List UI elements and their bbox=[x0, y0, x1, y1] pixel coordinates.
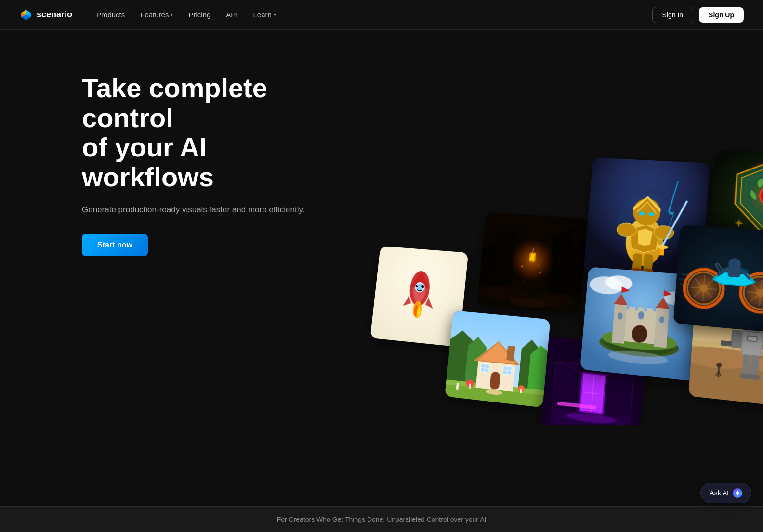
card-moto bbox=[673, 225, 763, 334]
moto-illustration bbox=[673, 225, 763, 334]
svg-rect-116 bbox=[750, 355, 759, 376]
card-forest bbox=[477, 212, 588, 315]
svg-line-17 bbox=[533, 248, 533, 253]
svg-rect-118 bbox=[749, 374, 760, 380]
cottage-illustration bbox=[445, 311, 551, 408]
start-now-button[interactable]: Start now bbox=[82, 234, 148, 256]
svg-rect-83 bbox=[646, 308, 653, 315]
forest-illustration bbox=[477, 212, 588, 315]
svg-rect-111 bbox=[748, 336, 757, 341]
nav-item-learn[interactable]: Learn ▾ bbox=[247, 7, 283, 23]
svg-rect-112 bbox=[731, 330, 742, 349]
rocket-illustration bbox=[389, 261, 449, 331]
svg-rect-114 bbox=[721, 340, 732, 347]
signup-button[interactable]: Sign Up bbox=[699, 7, 744, 23]
svg-rect-115 bbox=[742, 354, 751, 376]
nav-item-pricing[interactable]: Pricing bbox=[182, 7, 217, 23]
learn-chevron-icon: ▾ bbox=[274, 12, 276, 17]
hero-subtitle: Generate production-ready visuals faster… bbox=[82, 203, 332, 216]
card-cottage bbox=[445, 311, 551, 408]
svg-rect-103 bbox=[742, 331, 762, 356]
bottom-bar: For Creators Who Get Things Done: Unpara… bbox=[0, 506, 763, 532]
signin-button[interactable]: Sign In bbox=[652, 7, 694, 23]
ask-ai-label: Ask AI bbox=[710, 489, 729, 497]
image-grid bbox=[351, 60, 763, 425]
hero-section: Take complete control of your AI workflo… bbox=[0, 30, 763, 425]
navbar: scenario Products Features ▾ Pricing API… bbox=[0, 0, 763, 30]
nav-item-api[interactable]: API bbox=[219, 7, 244, 23]
nav-left: scenario Products Features ▾ Pricing API… bbox=[19, 7, 283, 23]
nav-right: Sign In Sign Up bbox=[652, 7, 744, 23]
hero-title: Take complete control of your AI workflo… bbox=[82, 73, 332, 192]
ask-ai-icon bbox=[733, 488, 742, 498]
logo-text: scenario bbox=[37, 10, 72, 20]
nav-links: Products Features ▾ Pricing API Learn ▾ bbox=[90, 7, 283, 23]
hero-content: Take complete control of your AI workflo… bbox=[82, 73, 332, 256]
svg-rect-19 bbox=[530, 254, 535, 260]
bottom-text: For Creators Who Get Things Done: Unpara… bbox=[277, 516, 487, 523]
logo-icon bbox=[19, 8, 33, 22]
nav-item-products[interactable]: Products bbox=[90, 7, 132, 23]
svg-rect-46 bbox=[506, 346, 515, 361]
svg-rect-81 bbox=[629, 306, 635, 313]
svg-rect-57 bbox=[520, 389, 522, 393]
ask-ai-button[interactable]: Ask AI bbox=[700, 483, 751, 503]
logo[interactable]: scenario bbox=[19, 8, 72, 22]
nav-item-features[interactable]: Features ▾ bbox=[133, 7, 180, 23]
features-chevron-icon: ▾ bbox=[171, 12, 173, 17]
